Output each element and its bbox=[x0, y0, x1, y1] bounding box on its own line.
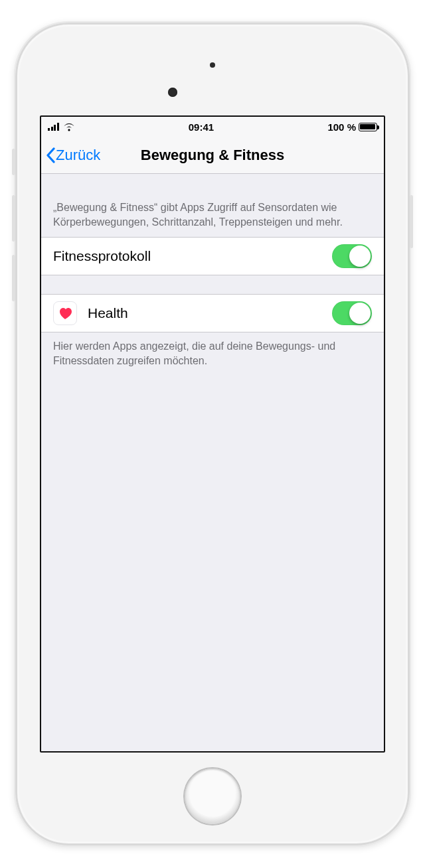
health-app-toggle[interactable] bbox=[332, 301, 372, 325]
status-bar: 09:41 100 % bbox=[41, 117, 384, 137]
health-app-icon bbox=[53, 301, 77, 325]
toggle-knob bbox=[349, 246, 371, 267]
power-button bbox=[410, 195, 413, 248]
volume-up-button bbox=[12, 195, 15, 242]
navigation-bar: Zurück Bewegung & Fitness bbox=[41, 137, 384, 174]
section-footer: Hier werden Apps angezeigt, die auf dein… bbox=[41, 332, 384, 376]
section-description: „Bewegung & Fitness“ gibt Apps Zugriff a… bbox=[41, 174, 384, 237]
fitness-tracking-row: Fitnessprotokoll bbox=[41, 238, 384, 275]
home-button[interactable] bbox=[185, 768, 240, 824]
chevron-left-icon bbox=[45, 146, 56, 165]
back-button[interactable]: Zurück bbox=[41, 146, 100, 165]
fitness-tracking-group: Fitnessprotokoll bbox=[41, 237, 384, 275]
health-app-row: Health bbox=[41, 295, 384, 332]
phone-device-frame: 09:41 100 % Zurück Bewegung & Fitness „B… bbox=[15, 23, 410, 845]
settings-content[interactable]: „Bewegung & Fitness“ gibt Apps Zugriff a… bbox=[41, 174, 384, 751]
screen: 09:41 100 % Zurück Bewegung & Fitness „B… bbox=[40, 115, 385, 753]
status-time: 09:41 bbox=[189, 121, 214, 133]
page-title: Bewegung & Fitness bbox=[141, 147, 284, 164]
back-label: Zurück bbox=[56, 147, 100, 164]
battery-percentage: 100 % bbox=[327, 121, 356, 133]
battery-icon bbox=[359, 123, 377, 131]
front-camera bbox=[168, 88, 177, 97]
volume-down-button bbox=[12, 255, 15, 301]
proximity-sensor bbox=[210, 62, 215, 68]
mute-switch bbox=[12, 149, 15, 175]
cellular-signal-icon bbox=[48, 123, 59, 131]
fitness-tracking-label: Fitnessprotokoll bbox=[53, 248, 332, 264]
wifi-icon bbox=[63, 123, 75, 131]
health-app-label: Health bbox=[88, 305, 332, 321]
apps-group: Health bbox=[41, 294, 384, 332]
toggle-knob bbox=[349, 303, 371, 324]
fitness-tracking-toggle[interactable] bbox=[332, 244, 372, 268]
